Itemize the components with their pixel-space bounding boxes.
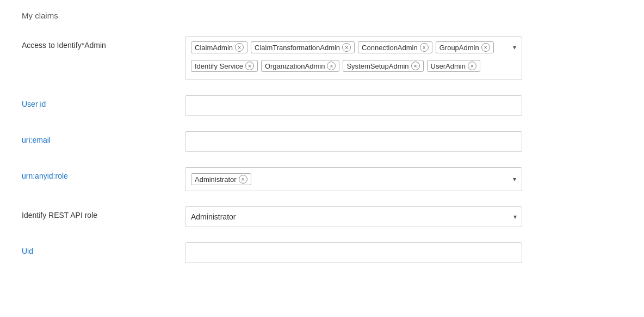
page-title: My claims [22, 11, 622, 20]
tag-text-system-setup-admin: SystemSetupAdmin [346, 62, 408, 70]
input-uri-email[interactable] [185, 131, 522, 152]
form-row-uri-email: uri:email [22, 131, 622, 152]
control-access-to-identify-admin: ClaimAdmin×ClaimTransformationAdmin×Conn… [185, 36, 522, 80]
form-row-identify-rest-api-role: Identify REST API roleAdministratorUserR… [22, 206, 622, 227]
control-uid [185, 242, 522, 263]
tag-text-organization-admin: OrganizationAdmin [265, 62, 325, 70]
tag-claim-transformation-admin: ClaimTransformationAdmin× [251, 41, 355, 53]
input-uid[interactable] [185, 242, 522, 263]
select-container-urn-anyid-role[interactable]: Administrator×▾ [185, 167, 522, 191]
tag-text-identify-service: Identify Service [195, 62, 243, 70]
form-row-urn-anyid-role: urn:anyid:roleAdministrator×▾ [22, 167, 622, 191]
tag-close-claim-transformation-admin[interactable]: × [342, 43, 351, 52]
tag-text-user-admin: UserAdmin [431, 62, 466, 70]
label-uri-email: uri:email [22, 131, 185, 144]
tag-administrator: Administrator× [191, 173, 251, 185]
tag-close-system-setup-admin[interactable]: × [411, 62, 420, 70]
control-uri-email [185, 131, 522, 152]
tag-text-connection-admin: ConnectionAdmin [362, 44, 418, 52]
control-user-id [185, 95, 522, 116]
tag-close-organization-admin[interactable]: × [327, 62, 336, 70]
tag-text-claim-transformation-admin: ClaimTransformationAdmin [255, 44, 340, 52]
select-dropdown-arrow-urn-anyid-role[interactable]: ▾ [513, 175, 516, 183]
tag-close-identify-service[interactable]: × [245, 62, 254, 70]
tags-container-access-to-identify-admin[interactable]: ClaimAdmin×ClaimTransformationAdmin×Conn… [185, 36, 522, 80]
tag-text-claim-admin: ClaimAdmin [195, 44, 233, 52]
tag-close-user-admin[interactable]: × [468, 62, 476, 70]
tag-organization-admin: OrganizationAdmin× [261, 60, 340, 72]
label-access-to-identify-admin: Access to Identify*Admin [22, 36, 185, 50]
control-identify-rest-api-role: AdministratorUserReadOnly▾ [185, 206, 522, 227]
tag-system-setup-admin: SystemSetupAdmin× [343, 60, 423, 72]
select-wrapper-identify-rest-api-role: AdministratorUserReadOnly▾ [185, 206, 522, 227]
tag-connection-admin: ConnectionAdmin× [358, 41, 432, 53]
input-user-id[interactable] [185, 95, 522, 116]
label-uid: Uid [22, 242, 185, 255]
tag-close-claim-admin[interactable]: × [235, 43, 244, 52]
form-row-uid: Uid [22, 242, 622, 263]
form: Access to Identify*AdminClaimAdmin×Claim… [22, 36, 622, 263]
tag-group-admin: GroupAdmin× [436, 41, 494, 53]
form-row-user-id: User id [22, 95, 622, 116]
tags-dropdown-arrow[interactable]: ▾ [513, 44, 516, 51]
tag-text-administrator: Administrator [195, 175, 237, 184]
select-identify-rest-api-role[interactable]: AdministratorUserReadOnly [185, 206, 522, 227]
tag-close-connection-admin[interactable]: × [420, 43, 429, 52]
tag-user-admin: UserAdmin× [427, 60, 480, 72]
label-identify-rest-api-role: Identify REST API role [22, 206, 185, 220]
label-user-id: User id [22, 95, 185, 108]
tag-close-group-admin[interactable]: × [481, 43, 490, 52]
tag-identify-service: Identify Service× [191, 60, 258, 72]
tag-text-group-admin: GroupAdmin [439, 44, 479, 52]
label-urn-anyid-role: urn:anyid:role [22, 167, 185, 180]
control-urn-anyid-role: Administrator×▾ [185, 167, 522, 191]
tag-claim-admin: ClaimAdmin× [191, 41, 247, 53]
tag-close-administrator[interactable]: × [239, 175, 247, 184]
form-row-access-to-identify-admin: Access to Identify*AdminClaimAdmin×Claim… [22, 36, 622, 80]
